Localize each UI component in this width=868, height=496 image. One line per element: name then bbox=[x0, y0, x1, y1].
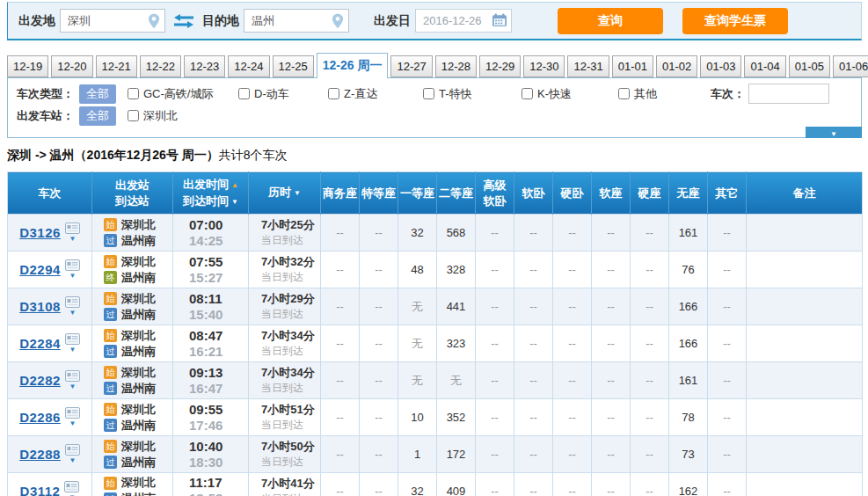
depart-station-text: 深圳北 bbox=[143, 108, 178, 124]
date-tab[interactable]: 12-28 bbox=[435, 55, 477, 77]
train-link[interactable]: D3108 bbox=[19, 299, 61, 314]
date-tab[interactable]: 12-23 bbox=[184, 55, 225, 77]
seat-availability: 无 bbox=[437, 362, 476, 399]
train-link[interactable]: D2286 bbox=[19, 410, 61, 425]
train-link[interactable]: D2284 bbox=[19, 336, 61, 351]
train-type-all-button[interactable]: 全部 bbox=[79, 84, 116, 104]
station-type-badge: 过 bbox=[104, 345, 117, 358]
depart-station-list: 深圳北 bbox=[128, 108, 238, 124]
seat-availability: 48 bbox=[398, 252, 437, 288]
train-type-checkbox[interactable] bbox=[522, 88, 533, 99]
stopover-card-icon[interactable] bbox=[65, 370, 80, 382]
query-student-button[interactable]: 查询学生票 bbox=[682, 8, 788, 34]
stopover-card-icon[interactable] bbox=[65, 333, 80, 345]
date-group: 出发日 bbox=[374, 9, 512, 33]
expand-arrow-icon[interactable]: ▼ bbox=[69, 346, 76, 354]
remark-cell bbox=[747, 473, 863, 496]
date-tab[interactable]: 01-04 bbox=[744, 55, 785, 77]
seat-availability: -- bbox=[631, 252, 669, 288]
seat-availability: -- bbox=[631, 215, 669, 252]
depart-station-all-button[interactable]: 全部 bbox=[79, 106, 116, 126]
stopover-card-icon[interactable] bbox=[64, 481, 79, 492]
location-pin-icon[interactable] bbox=[147, 13, 161, 33]
arrival-time: 17:46 bbox=[173, 418, 248, 434]
column-header-seat: 其它 bbox=[708, 172, 747, 215]
station-type-badge: 始 bbox=[104, 292, 117, 305]
train-link[interactable]: D2288 bbox=[19, 447, 61, 462]
train-link[interactable]: D2282 bbox=[19, 373, 61, 388]
collapse-panel-toggle[interactable]: ▼ bbox=[806, 127, 862, 138]
date-tab[interactable]: 01-01 bbox=[612, 55, 653, 77]
station-type-badge: 终 bbox=[104, 271, 117, 284]
date-tab[interactable]: 01-05 bbox=[789, 55, 830, 77]
seat-availability: -- bbox=[514, 362, 553, 399]
times-cell: 08:4716:21 bbox=[173, 325, 249, 362]
duration-cell: 7小时41分当日到达 bbox=[249, 473, 321, 496]
date-tab[interactable]: 12-20 bbox=[51, 55, 92, 77]
date-tab[interactable]: 12-21 bbox=[96, 55, 137, 77]
stations-cell: 始深圳北过温州南 bbox=[92, 288, 173, 325]
date-tab-active[interactable]: 12-26 周一 bbox=[317, 53, 389, 78]
expand-arrow-icon[interactable]: ▼ bbox=[69, 420, 76, 427]
stopover-card-icon[interactable] bbox=[65, 296, 80, 308]
station-type-badge: 始 bbox=[104, 255, 117, 268]
date-tab[interactable]: 12-22 bbox=[140, 55, 181, 77]
train-link[interactable]: D3112 bbox=[20, 484, 61, 496]
column-header-to: 到达站 bbox=[92, 193, 172, 209]
train-type-checkbox[interactable] bbox=[423, 88, 434, 99]
train-cell: D2288▼ bbox=[8, 436, 92, 473]
date-tab[interactable]: 12-25 bbox=[273, 55, 314, 77]
date-tab[interactable]: 12-30 bbox=[523, 55, 565, 77]
sort-arrival-icon[interactable]: ▼ bbox=[231, 198, 238, 206]
query-button[interactable]: 查询 bbox=[558, 8, 663, 34]
date-tab[interactable]: 12-24 bbox=[228, 55, 269, 77]
location-pin-icon[interactable] bbox=[331, 13, 345, 33]
expand-arrow-icon[interactable]: ▼ bbox=[69, 273, 76, 280]
seat-availability: -- bbox=[631, 288, 669, 325]
date-tab[interactable]: 01-02 bbox=[656, 55, 697, 77]
expand-arrow-icon[interactable]: ▼ bbox=[69, 383, 76, 390]
seat-availability: -- bbox=[708, 325, 747, 362]
date-tab[interactable]: 01-06 bbox=[833, 55, 868, 77]
train-count: 共计8个车次 bbox=[219, 148, 288, 162]
stopover-card-icon[interactable] bbox=[65, 259, 80, 271]
train-row: D3108▼始深圳北过温州南08:1115:407小时29分当日到达----无4… bbox=[8, 288, 863, 325]
train-type-checkbox[interactable] bbox=[328, 88, 339, 99]
sort-departure-icon[interactable]: ▲ bbox=[231, 181, 238, 189]
train-type-checkbox[interactable] bbox=[128, 88, 139, 99]
date-tab[interactable]: 01-03 bbox=[700, 55, 741, 77]
station-type-badge: 始 bbox=[104, 477, 117, 490]
date-tab[interactable]: 12-31 bbox=[567, 55, 609, 77]
stations-cell: 始深圳北过温州南 bbox=[92, 473, 173, 496]
train-no-input[interactable] bbox=[748, 84, 829, 104]
stopover-card-icon[interactable] bbox=[65, 444, 80, 456]
column-header-remark: 备注 bbox=[747, 172, 863, 215]
duration-cell: 7小时51分当日到达 bbox=[249, 399, 321, 436]
train-type-checkbox[interactable] bbox=[238, 88, 250, 99]
depart-station-checkbox[interactable] bbox=[128, 110, 139, 121]
seat-availability: -- bbox=[708, 288, 747, 325]
date-tab[interactable]: 12-19 bbox=[7, 55, 48, 77]
train-type-checkbox[interactable] bbox=[618, 88, 630, 99]
train-type-option: K-快速 bbox=[522, 86, 618, 102]
swap-stations-icon[interactable] bbox=[174, 14, 193, 28]
expand-arrow-icon[interactable]: ▼ bbox=[69, 236, 76, 243]
calendar-icon[interactable] bbox=[492, 13, 507, 31]
departure-time: 08:47 bbox=[173, 328, 248, 344]
station-type-badge: 始 bbox=[104, 440, 117, 453]
seat-availability: -- bbox=[553, 325, 592, 362]
seat-availability: -- bbox=[321, 473, 360, 496]
stopover-card-icon[interactable] bbox=[65, 407, 80, 419]
date-tab[interactable]: 12-29 bbox=[479, 55, 521, 77]
train-link[interactable]: D2294 bbox=[19, 262, 61, 277]
train-link[interactable]: D3126 bbox=[19, 225, 61, 240]
seat-availability: 352 bbox=[437, 399, 476, 436]
expand-arrow-icon[interactable]: ▼ bbox=[69, 457, 76, 464]
train-cell: D3126▼ bbox=[8, 215, 92, 252]
seat-availability: -- bbox=[476, 288, 514, 325]
date-tab[interactable]: 12-27 bbox=[390, 55, 432, 77]
from-station: 深圳北 bbox=[121, 291, 156, 307]
stopover-card-icon[interactable] bbox=[65, 222, 80, 234]
sort-duration-icon[interactable]: ▼ bbox=[294, 189, 301, 197]
expand-arrow-icon[interactable]: ▼ bbox=[69, 310, 76, 317]
